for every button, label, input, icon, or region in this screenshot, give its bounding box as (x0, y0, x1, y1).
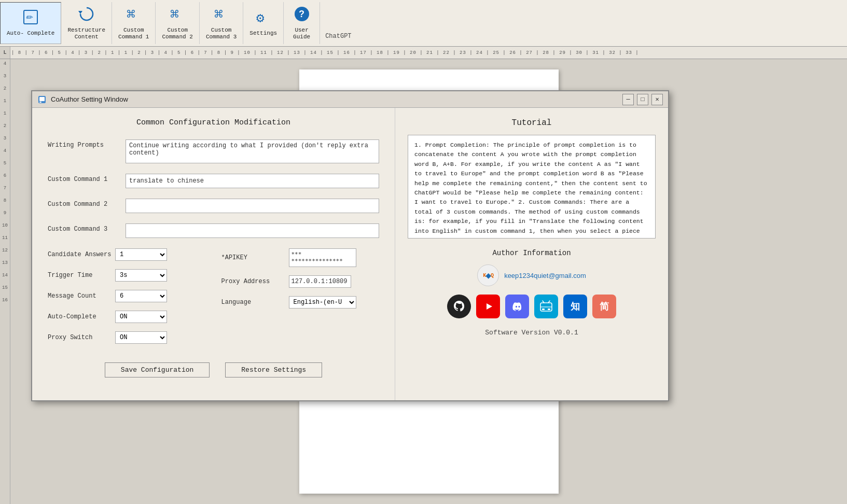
custom-command-3-row: Custom Command 3 (48, 223, 379, 238)
auto-complete-label: Auto-Complete (48, 313, 115, 320)
svg-rect-10 (39, 97, 45, 101)
svg-rect-17 (542, 309, 545, 310)
language-label: Language (221, 299, 289, 306)
svg-text:⌘: ⌘ (170, 6, 179, 22)
tutorial-content: 1. Prompt Completion: The principle of p… (414, 142, 647, 239)
author-avatar: K ◆ Q (477, 264, 499, 286)
restructure-icon (78, 6, 95, 26)
custom1-label: CustomCommand 1 (118, 27, 149, 40)
tutorial-box[interactable]: 1. Prompt Completion: The principle of p… (408, 135, 656, 239)
toolbar-custom-2[interactable]: ⌘ CustomCommand 2 (156, 2, 199, 44)
language-select[interactable]: English-(en-U Chinese (289, 296, 356, 309)
ruler-left-label: L (0, 47, 10, 59)
message-count-label: Message Count (48, 292, 115, 300)
modal-icon (37, 95, 47, 104)
custom2-icon: ⌘ (169, 6, 186, 26)
close-button[interactable]: ✕ (651, 94, 663, 105)
github-icon[interactable] (447, 295, 471, 318)
discord-icon[interactable] (505, 295, 529, 318)
modal-window: CoAuthor Setting Window ─ □ ✕ Common Con… (31, 90, 669, 401)
left-ruler: 4 3 2 1 1 2 3 4 5 6 7 8 9 10 11 12 13 14… (0, 59, 10, 504)
writing-prompts-label: Writing Prompts (48, 139, 126, 149)
minimize-button[interactable]: ─ (622, 94, 634, 105)
custom-command-3-input[interactable] (126, 223, 379, 238)
user-guide-label: UserGuide (293, 27, 310, 40)
restructure-label: RestructureContent (67, 27, 105, 40)
bilibili-icon[interactable] (534, 295, 558, 318)
custom-command-1-row: Custom Command 1 (48, 174, 379, 188)
trigger-time-label: Trigger Time (48, 272, 115, 279)
modal-body: Common Configuration Modification Writin… (32, 108, 668, 400)
svg-text:⚙: ⚙ (256, 11, 265, 25)
zhihu-icon[interactable]: 知 (563, 295, 587, 318)
proxy-switch-select[interactable]: ONOFF (115, 331, 167, 344)
proxy-address-input[interactable] (289, 275, 351, 288)
toolbar-custom-3[interactable]: ⌘ CustomCommand 3 (200, 2, 243, 44)
toolbar-user-guide[interactable]: ? UserGuide (284, 2, 320, 44)
chatgpt-label: ChatGPT (320, 31, 356, 44)
proxy-address-row: Proxy Address (221, 275, 380, 288)
youtube-icon[interactable] (476, 295, 500, 318)
toolbar-restructure[interactable]: RestructureContent (61, 2, 112, 44)
author-email-link[interactable]: keep1234quiet@gmail.com (504, 272, 586, 279)
proxy-switch-row: Proxy Switch ONOFF (48, 331, 206, 344)
proxy-switch-label: Proxy Switch (48, 334, 115, 341)
custom-command-1-input[interactable] (126, 174, 379, 188)
auto-complete-icon: ✏ (22, 9, 39, 29)
trigger-time-select[interactable]: 1s2s3s5s (115, 269, 167, 282)
svg-rect-11 (39, 102, 41, 103)
apikey-display: *** *************** (289, 248, 356, 267)
writing-prompts-input[interactable]: Continue writing according to what I pro… (126, 139, 379, 163)
maximize-button[interactable]: □ (637, 94, 648, 105)
language-row: Language English-(en-U Chinese (221, 296, 380, 309)
svg-text:?: ? (299, 9, 304, 19)
modal-titlebar: CoAuthor Setting Window ─ □ ✕ (32, 91, 668, 108)
settings-label: Settings (249, 30, 277, 37)
settings-left-col: Candidate Answers 123 Trigger Time 1s2s3… (48, 248, 206, 352)
custom-command-2-row: Custom Command 2 (48, 199, 379, 213)
custom-command-2-label: Custom Command 2 (48, 199, 126, 208)
custom3-label: CustomCommand 3 (206, 27, 237, 40)
author-section: Author Information K ◆ Q keep1234quiet@g… (408, 249, 656, 337)
modal-footer: Save Configuration Restore Settings (48, 352, 379, 390)
custom2-label: CustomCommand 2 (162, 27, 192, 40)
message-count-select[interactable]: 35610 (115, 290, 167, 302)
auto-complete-row: Auto-Complete ONOFF (48, 311, 206, 323)
proxy-address-label: Proxy Address (221, 278, 289, 285)
custom-command-3-label: Custom Command 3 (48, 223, 126, 233)
modal-controls: ─ □ ✕ (622, 94, 663, 105)
custom3-icon: ⌘ (213, 6, 230, 26)
settings-right-col: *APIKEY *** *************** Proxy Addres… (216, 248, 380, 352)
custom-command-2-input[interactable] (126, 199, 379, 213)
svg-text:⌘: ⌘ (127, 6, 135, 22)
tutorial-title: Tutorial (512, 118, 552, 128)
candidate-answers-label: Candidate Answers (48, 251, 115, 258)
ruler-bar: L | 8 | 7 | 6 | 5 | 4 | 3 | 2 | 1 | 1 | … (0, 47, 847, 59)
svg-marker-2 (78, 11, 82, 14)
auto-complete-select[interactable]: ONOFF (115, 311, 167, 323)
svg-text:⌘: ⌘ (214, 6, 223, 22)
svg-text:✏: ✏ (25, 13, 33, 22)
toolbar-custom-1[interactable]: ⌘ CustomCommand 1 (112, 2, 156, 44)
custom1-icon: ⌘ (126, 6, 142, 26)
toolbar-settings[interactable]: ⚙ Settings (243, 2, 284, 44)
right-panel: Tutorial 1. Prompt Completion: The princ… (395, 108, 668, 400)
settings-area: Candidate Answers 123 Trigger Time 1s2s3… (48, 248, 379, 352)
left-panel: Common Configuration Modification Writin… (32, 108, 395, 400)
writing-prompts-row: Writing Prompts Continue writing accordi… (48, 139, 379, 163)
save-configuration-button[interactable]: Save Configuration (105, 362, 210, 377)
custom-command-1-label: Custom Command 1 (48, 174, 126, 183)
candidate-answers-select[interactable]: 123 (115, 248, 167, 261)
candidate-answers-row: Candidate Answers 123 (48, 248, 206, 261)
jianshu-icon[interactable]: 简 (592, 295, 616, 318)
page-area: 4 3 2 1 1 2 3 4 5 6 7 8 9 10 11 12 13 14… (0, 59, 847, 504)
social-icons-row: 知 简 (408, 295, 656, 318)
apikey-row: *APIKEY *** *************** (221, 248, 380, 267)
apikey-label: *APIKEY (221, 254, 289, 261)
restore-settings-button[interactable]: Restore Settings (225, 362, 322, 377)
toolbar-auto-complete[interactable]: ✏ Auto- Complete (0, 2, 61, 44)
toolbar: ✏ Auto- Complete RestructureContent ⌘ Cu… (0, 0, 847, 47)
user-guide-icon: ? (294, 6, 310, 26)
svg-rect-18 (548, 309, 550, 310)
message-count-row: Message Count 35610 (48, 290, 206, 302)
